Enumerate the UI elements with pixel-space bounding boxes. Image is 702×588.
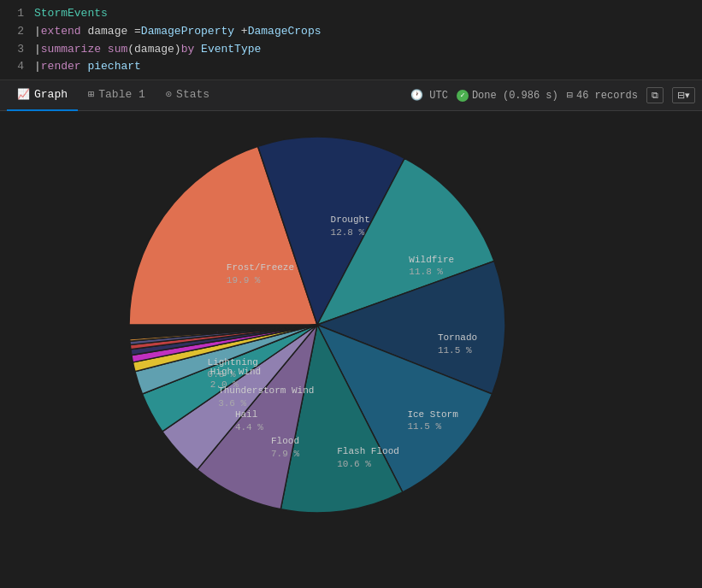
copy-button[interactable]: ⧉ <box>646 87 664 103</box>
graph-icon: 📈 <box>17 88 30 101</box>
tab-table1[interactable]: ⊞ Table 1 <box>78 80 156 111</box>
done-check-icon: ✓ <box>457 90 469 102</box>
results-toolbar: 📈 Graph ⊞ Table 1 ⊙ Stats 🕐 UTC ✓ Done (… <box>0 80 702 111</box>
status-done: ✓ Done (0.986 s) <box>457 90 558 102</box>
tab-graph-label: Graph <box>34 88 68 101</box>
tab-stats[interactable]: ⊙ Stats <box>156 80 220 111</box>
chart-area: Lightning0.8 %High Wind2.0 %Thunderstorm… <box>0 111 702 573</box>
records-count: 46 records <box>576 90 638 102</box>
pie-chart-svg <box>112 120 522 530</box>
tab-graph[interactable]: 📈 Graph <box>7 80 78 111</box>
records-icon: ⊟ <box>567 89 573 102</box>
table-icon: ⊞ <box>88 88 94 101</box>
export-button[interactable]: ⊟▾ <box>672 87 695 103</box>
code-line-3: 3 | summarize sum (damage) by EventType <box>0 41 702 59</box>
code-editor: 1 StormEvents 2 | extend damage = Damage… <box>0 0 702 80</box>
code-line-4: 4 | render piechart <box>0 58 702 76</box>
tab-stats-label: Stats <box>176 88 209 101</box>
pie-container: Lightning0.8 %High Wind2.0 %Thunderstorm… <box>112 120 591 564</box>
stats-icon: ⊙ <box>166 88 172 101</box>
tab-table1-label: Table 1 <box>98 88 145 101</box>
code-line-1: 1 StormEvents <box>0 5 702 23</box>
time-zone: 🕐 UTC <box>410 89 448 102</box>
records-badge: ⊟ 46 records <box>567 89 638 102</box>
code-line-2: 2 | extend damage = DamageProperty + Dam… <box>0 23 702 41</box>
status-text: Done (0.986 s) <box>472 90 558 102</box>
